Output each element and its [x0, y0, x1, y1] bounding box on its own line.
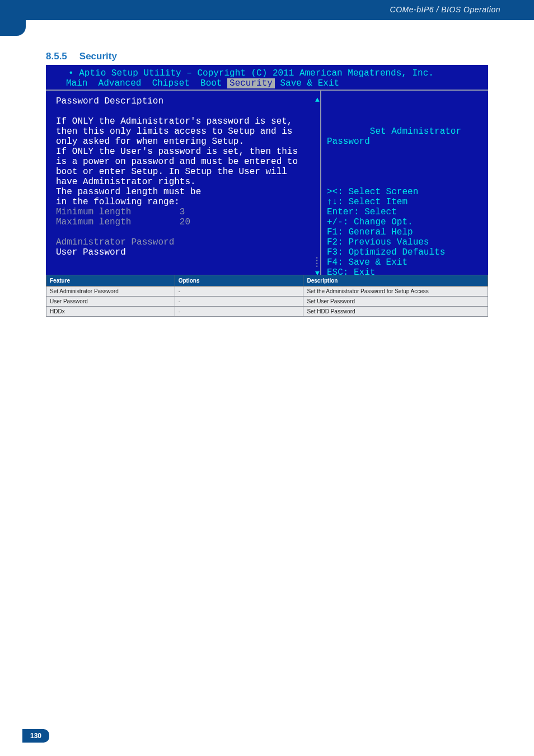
item-admin-password[interactable]: Administrator Password [56, 237, 174, 247]
table-row: User Password - Set User Password [46, 297, 488, 307]
th-options: Options [175, 275, 303, 287]
cell-options: - [175, 307, 303, 317]
th-description: Description [303, 275, 488, 287]
scroll-up-icon[interactable]: ▲ [315, 95, 320, 105]
cell-options: - [175, 287, 303, 297]
table-row: Set Administrator Password - Set the Adm… [46, 287, 488, 297]
tab-boot[interactable]: Boot [200, 78, 222, 88]
tab-chipset[interactable]: Chipset [152, 78, 190, 88]
bios-title-text: Aptio Setup Utility – Copyright (C) 2011… [79, 68, 434, 78]
min-length-value: 3 [180, 207, 185, 217]
bios-body: Password Description If ONLY the Adminis… [46, 90, 488, 282]
max-length-label: Maximum length [56, 217, 131, 227]
cell-description: Set User Password [303, 297, 488, 307]
scroll-dots-icon: ▪▪▪▪ [316, 256, 318, 267]
tab-main[interactable]: Main [66, 78, 87, 88]
item-help-text: Set Administrator Password [327, 126, 461, 147]
bios-top: • Aptio Setup Utility – Copyright (C) 20… [46, 65, 488, 90]
bios-left-pane: Password Description If ONLY the Adminis… [46, 91, 320, 281]
header-breadcrumb: COMe-bIP6 / BIOS Operation [390, 5, 500, 14]
table-row: HDDx - Set HDD Password [46, 307, 488, 317]
cell-description: Set the Administrator Password for Setup… [303, 287, 488, 297]
cell-feature: HDDx [46, 307, 175, 317]
header-curve [0, 0, 26, 36]
pwd-desc-heading: Password Description [56, 96, 163, 106]
feature-table: Feature Options Description Set Administ… [46, 275, 488, 317]
page: COMe-bIP6 / BIOS Operation 8.5.5Security… [0, 0, 534, 756]
tab-advanced[interactable]: Advanced [99, 78, 142, 88]
cell-options: - [175, 297, 303, 307]
cell-description: Set HDD Password [303, 307, 488, 317]
bios-screenshot: • Aptio Setup Utility – Copyright (C) 20… [46, 65, 488, 300]
item-user-password[interactable]: User Password [56, 247, 126, 257]
cell-feature: User Password [46, 297, 175, 307]
max-length-value: 20 [180, 217, 190, 227]
key-hints: ><: Select Screen ↑↓: Select Item Enter:… [327, 187, 445, 278]
section-number: 8.5.5 [46, 51, 67, 62]
bios-menubar: Main Advanced Chipset Boot Security Save… [46, 78, 488, 88]
bios-right-pane: ▲ ▪▪▪▪ ▼Set Administrator Password ><: S… [320, 91, 488, 281]
th-feature: Feature [46, 275, 175, 287]
tab-security[interactable]: Security [227, 78, 275, 88]
min-length-label: Minimum length [56, 207, 131, 217]
page-number: 130 [22, 729, 49, 743]
section-heading: 8.5.5Security [46, 51, 117, 62]
tab-save-exit[interactable]: Save & Exit [280, 78, 339, 88]
cell-feature: Set Administrator Password [46, 287, 175, 297]
table-header-row: Feature Options Description [46, 275, 488, 287]
section-title: Security [79, 51, 117, 62]
bios-title: • Aptio Setup Utility – Copyright (C) 20… [46, 68, 488, 78]
pwd-desc-body: If ONLY the Administrator's password is … [56, 116, 298, 207]
